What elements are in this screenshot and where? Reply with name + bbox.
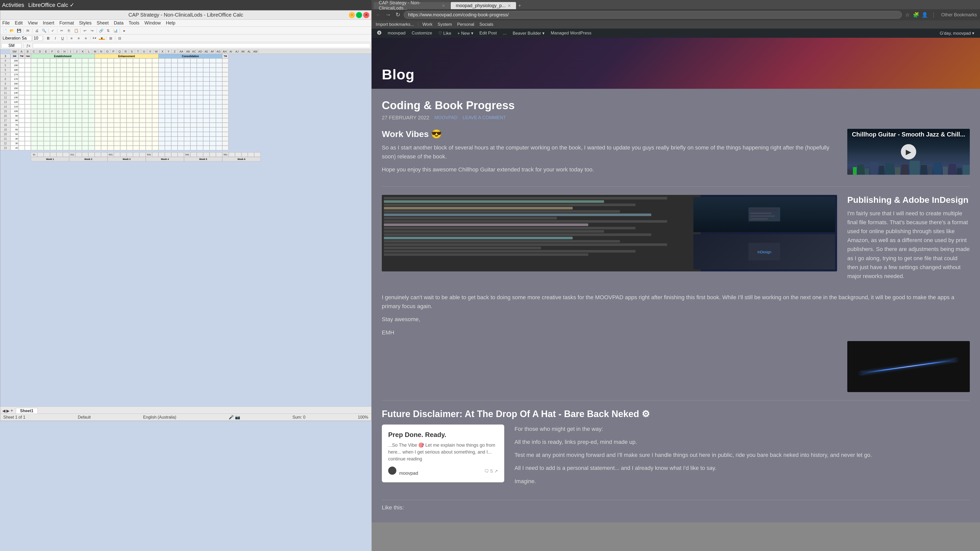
cell-tm-16[interactable] [222,132,228,137]
cell-enh-17-6[interactable] [133,137,139,141]
cell-enh-1-3[interactable] [114,63,120,68]
cell-reference-input[interactable]: SM [1,43,22,48]
menu-insert[interactable]: Insert [43,21,54,26]
cell-enh-16-7[interactable] [139,132,146,137]
cell-est-16-3[interactable] [50,132,56,137]
cell-tbr-12[interactable] [25,114,31,118]
cell-est-12-7[interactable] [76,114,82,118]
cell-enh-19-4[interactable] [120,146,127,150]
cell-enh-9-0[interactable] [95,100,101,104]
cell-est-3-5[interactable] [63,72,69,77]
cell-con-10-3[interactable] [178,104,184,109]
cell-tbr-14[interactable] [25,123,31,127]
menu-help[interactable]: Help [166,21,175,26]
cell-est-12-5[interactable] [63,114,69,118]
cell-est-11-5[interactable] [63,109,69,114]
cell-con-1-1[interactable] [165,63,171,68]
cell-est-10-3[interactable] [50,104,56,109]
cell-est-13-3[interactable] [50,118,56,123]
cell-enh-9-7[interactable] [139,100,146,104]
cell-est-3-6[interactable] [69,72,76,77]
cell-enh-0-9[interactable] [152,59,159,63]
cell-sm-9[interactable]: 160 [11,81,19,86]
cell-con-16-5[interactable] [190,132,197,137]
cell-est-6-0[interactable] [31,86,37,91]
cell-enh-19-1[interactable] [101,146,107,150]
cell-con-7-8[interactable] [210,91,216,95]
cell-enh-12-0[interactable] [95,114,101,118]
cell-est-12-2[interactable] [44,114,50,118]
cell-enh-12-6[interactable] [133,114,139,118]
cell-est-1-3[interactable] [50,63,56,68]
cell-enh-11-4[interactable] [120,109,127,114]
cell-est-6-7[interactable] [76,86,82,91]
cell-est-9-5[interactable] [63,100,69,104]
cell-con-9-7[interactable] [203,100,210,104]
cut-button[interactable]: ✂ [59,28,65,33]
cell-enh-12-2[interactable] [107,114,114,118]
cell-con-19-6[interactable] [197,146,203,150]
cell-est-4-9[interactable] [88,77,95,81]
cell-est-15-2[interactable] [44,127,50,132]
cell-est-8-3[interactable] [50,95,56,100]
wp-beaver-builder-item[interactable]: Beaver Builder ▾ [510,29,547,38]
cell-con-15-1[interactable] [165,127,171,132]
cell-con-2-5[interactable] [190,68,197,72]
cell-tw-7[interactable] [19,91,25,95]
cell-con-7-2[interactable] [171,91,178,95]
cell-con-0-0[interactable] [159,59,165,63]
menu-window[interactable]: Window [145,21,161,26]
cell-con-12-9[interactable] [216,114,222,118]
cell-tm-12[interactable] [222,114,228,118]
activities-label[interactable]: Activities [2,2,24,8]
cell-enh-4-2[interactable] [107,77,114,81]
align-right-button[interactable]: ≡ [83,35,89,41]
cell-con-11-9[interactable] [216,109,222,114]
cell-est-2-6[interactable] [69,68,76,72]
cell-enh-4-3[interactable] [114,77,120,81]
cell-enh-1-0[interactable] [95,63,101,68]
cell-sm-6[interactable]: 180 [11,68,19,72]
cell-enh-4-8[interactable] [146,77,152,81]
cell-est-4-1[interactable] [37,77,44,81]
cell-est-19-5[interactable] [63,146,69,150]
font-size-input[interactable]: 10 [32,36,43,41]
cell-con-6-1[interactable] [165,86,171,91]
cell-con-15-6[interactable] [197,127,203,132]
cell-con-0-6[interactable] [197,59,203,63]
cell-enh-18-7[interactable] [139,141,146,146]
cell-con-12-4[interactable] [184,114,190,118]
cell-est-18-2[interactable] [44,141,50,146]
cell-con-7-0[interactable] [159,91,165,95]
cell-est-7-3[interactable] [50,91,56,95]
cell-tm-11[interactable] [222,109,228,114]
cell-enh-19-8[interactable] [146,146,152,150]
cell-est-14-2[interactable] [44,123,50,127]
cell-est-0-5[interactable] [63,59,69,63]
browser-tab-calc[interactable]: CAP Strategy - Non-ClinicalLods... ✕ [374,2,450,9]
wp-managed-wp-item[interactable]: Managed WordPress [548,29,594,38]
cell-con-8-5[interactable] [190,95,197,100]
cell-enh-11-1[interactable] [101,109,107,114]
cell-enh-9-1[interactable] [101,100,107,104]
cell-con-13-5[interactable] [190,118,197,123]
cell-enh-2-1[interactable] [101,68,107,72]
cell-est-9-4[interactable] [56,100,63,104]
cell-est-1-4[interactable] [56,63,63,68]
cell-est-13-9[interactable] [88,118,95,123]
cell-est-5-5[interactable] [63,81,69,86]
cell-con-9-0[interactable] [159,100,165,104]
cell-est-16-2[interactable] [44,132,50,137]
cell-con-4-5[interactable] [190,77,197,81]
cell-est-15-1[interactable] [37,127,44,132]
cell-est-17-2[interactable] [44,137,50,141]
cell-est-17-6[interactable] [69,137,76,141]
cell-con-8-3[interactable] [178,95,184,100]
cell-est-18-1[interactable] [37,141,44,146]
cell-con-1-9[interactable] [216,63,222,68]
cell-est-0-8[interactable] [82,59,88,63]
cell-enh-5-0[interactable] [95,81,101,86]
cell-con-0-4[interactable] [184,59,190,63]
cell-con-13-7[interactable] [203,118,210,123]
cell-enh-18-4[interactable] [120,141,127,146]
